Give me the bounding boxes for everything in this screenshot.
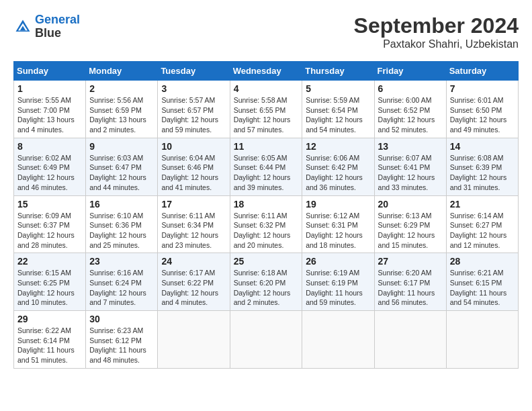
calendar-day: 30 Sunrise: 6:23 AM Sunset: 6:12 PM Dayl… — [86, 311, 158, 369]
day-number: 20 — [378, 199, 443, 210]
day-info: Sunrise: 6:03 AM Sunset: 6:47 PM Dayligh… — [89, 153, 154, 193]
day-info: Sunrise: 6:23 AM Sunset: 6:12 PM Dayligh… — [89, 326, 154, 365]
calendar-day: 20 Sunrise: 6:13 AM Sunset: 6:29 PM Dayl… — [374, 195, 446, 253]
calendar-row: 8 Sunrise: 6:02 AM Sunset: 6:49 PM Dayli… — [14, 138, 519, 195]
calendar-row: 29 Sunrise: 6:22 AM Sunset: 6:14 PM Dayl… — [14, 311, 519, 369]
day-info: Sunrise: 6:04 AM Sunset: 6:46 PM Dayligh… — [161, 153, 226, 193]
day-number: 24 — [161, 256, 226, 267]
header-wednesday: Wednesday — [230, 62, 302, 81]
calendar-day: 26 Sunrise: 6:19 AM Sunset: 6:19 PM Dayl… — [302, 253, 374, 311]
header-monday: Monday — [86, 62, 158, 81]
day-info: Sunrise: 6:07 AM Sunset: 6:41 PM Dayligh… — [378, 153, 443, 193]
day-number: 26 — [306, 256, 370, 267]
day-number: 13 — [378, 141, 443, 152]
day-info: Sunrise: 6:20 AM Sunset: 6:17 PM Dayligh… — [378, 268, 443, 308]
header-thursday: Thursday — [302, 62, 374, 81]
day-info: Sunrise: 6:01 AM Sunset: 6:50 PM Dayligh… — [450, 95, 515, 135]
calendar-row: 1 Sunrise: 5:55 AM Sunset: 7:00 PM Dayli… — [14, 81, 519, 138]
weekday-header-row: Sunday Monday Tuesday Wednesday Thursday… — [14, 62, 519, 81]
day-number: 6 — [378, 83, 443, 94]
day-info: Sunrise: 6:19 AM Sunset: 6:19 PM Dayligh… — [306, 268, 370, 308]
day-info: Sunrise: 6:10 AM Sunset: 6:36 PM Dayligh… — [89, 211, 154, 250]
day-info: Sunrise: 6:21 AM Sunset: 6:15 PM Dayligh… — [450, 268, 515, 308]
page-header: GeneralBlue September 2024 Paxtakor Shah… — [13, 13, 519, 50]
day-info: Sunrise: 6:13 AM Sunset: 6:29 PM Dayligh… — [378, 211, 443, 250]
header-sunday: Sunday — [14, 62, 86, 81]
calendar-day: 6 Sunrise: 6:00 AM Sunset: 6:52 PM Dayli… — [374, 81, 446, 138]
calendar-day: 24 Sunrise: 6:17 AM Sunset: 6:22 PM Dayl… — [158, 253, 230, 311]
calendar-day: 16 Sunrise: 6:10 AM Sunset: 6:36 PM Dayl… — [86, 195, 158, 253]
empty-cell — [374, 311, 446, 369]
calendar-day: 11 Sunrise: 6:05 AM Sunset: 6:44 PM Dayl… — [230, 138, 302, 195]
day-number: 27 — [378, 256, 443, 267]
day-info: Sunrise: 6:17 AM Sunset: 6:22 PM Dayligh… — [161, 268, 226, 308]
calendar-day: 19 Sunrise: 6:12 AM Sunset: 6:31 PM Dayl… — [302, 195, 374, 253]
day-info: Sunrise: 6:00 AM Sunset: 6:52 PM Dayligh… — [378, 95, 443, 135]
location-title: Paxtakor Shahri, Uzbekistan — [354, 38, 519, 50]
title-block: September 2024 Paxtakor Shahri, Uzbekist… — [354, 13, 519, 50]
day-number: 12 — [306, 141, 370, 152]
day-number: 10 — [161, 141, 226, 152]
day-number: 3 — [161, 83, 226, 94]
calendar-day: 2 Sunrise: 5:56 AM Sunset: 6:59 PM Dayli… — [86, 81, 158, 138]
logo-text: GeneralBlue — [35, 13, 80, 40]
day-info: Sunrise: 6:15 AM Sunset: 6:25 PM Dayligh… — [17, 268, 82, 308]
day-info: Sunrise: 5:58 AM Sunset: 6:55 PM Dayligh… — [234, 95, 299, 135]
day-info: Sunrise: 5:59 AM Sunset: 6:54 PM Dayligh… — [306, 95, 370, 135]
day-info: Sunrise: 6:11 AM Sunset: 6:32 PM Dayligh… — [234, 211, 299, 250]
day-number: 30 — [89, 314, 154, 324]
day-info: Sunrise: 6:16 AM Sunset: 6:24 PM Dayligh… — [89, 268, 154, 308]
calendar-row: 15 Sunrise: 6:09 AM Sunset: 6:37 PM Dayl… — [14, 195, 519, 253]
day-number: 17 — [161, 199, 226, 210]
header-tuesday: Tuesday — [158, 62, 230, 81]
day-number: 5 — [306, 83, 370, 94]
day-info: Sunrise: 6:08 AM Sunset: 6:39 PM Dayligh… — [450, 153, 515, 193]
calendar-day: 21 Sunrise: 6:14 AM Sunset: 6:27 PM Dayl… — [446, 195, 518, 253]
day-number: 4 — [234, 83, 299, 94]
day-number: 29 — [17, 314, 82, 324]
day-info: Sunrise: 6:11 AM Sunset: 6:34 PM Dayligh… — [161, 211, 226, 250]
header-saturday: Saturday — [446, 62, 518, 81]
month-title: September 2024 — [354, 13, 519, 38]
calendar-day: 1 Sunrise: 5:55 AM Sunset: 7:00 PM Dayli… — [14, 81, 86, 138]
calendar-day: 17 Sunrise: 6:11 AM Sunset: 6:34 PM Dayl… — [158, 195, 230, 253]
day-number: 25 — [234, 256, 299, 267]
day-info: Sunrise: 6:22 AM Sunset: 6:14 PM Dayligh… — [17, 326, 82, 365]
calendar-day: 3 Sunrise: 5:57 AM Sunset: 6:57 PM Dayli… — [158, 81, 230, 138]
day-number: 21 — [450, 199, 515, 210]
day-info: Sunrise: 6:06 AM Sunset: 6:42 PM Dayligh… — [306, 153, 370, 193]
day-number: 16 — [89, 199, 154, 210]
calendar-day: 14 Sunrise: 6:08 AM Sunset: 6:39 PM Dayl… — [446, 138, 518, 195]
logo: GeneralBlue — [13, 13, 80, 40]
day-number: 22 — [17, 256, 82, 267]
empty-cell — [302, 311, 374, 369]
calendar-day: 29 Sunrise: 6:22 AM Sunset: 6:14 PM Dayl… — [14, 311, 86, 369]
day-number: 11 — [234, 141, 299, 152]
empty-cell — [446, 311, 518, 369]
header-friday: Friday — [374, 62, 446, 81]
calendar-day: 8 Sunrise: 6:02 AM Sunset: 6:49 PM Dayli… — [14, 138, 86, 195]
day-number: 2 — [89, 83, 154, 94]
calendar-day: 15 Sunrise: 6:09 AM Sunset: 6:37 PM Dayl… — [14, 195, 86, 253]
calendar-day: 27 Sunrise: 6:20 AM Sunset: 6:17 PM Dayl… — [374, 253, 446, 311]
calendar-day: 28 Sunrise: 6:21 AM Sunset: 6:15 PM Dayl… — [446, 253, 518, 311]
empty-cell — [158, 311, 230, 369]
day-number: 28 — [450, 256, 515, 267]
calendar-row: 22 Sunrise: 6:15 AM Sunset: 6:25 PM Dayl… — [14, 253, 519, 311]
calendar-day: 4 Sunrise: 5:58 AM Sunset: 6:55 PM Dayli… — [230, 81, 302, 138]
day-info: Sunrise: 6:02 AM Sunset: 6:49 PM Dayligh… — [17, 153, 82, 193]
empty-cell — [230, 311, 302, 369]
day-number: 1 — [17, 83, 82, 94]
day-number: 23 — [89, 256, 154, 267]
day-number: 15 — [17, 199, 82, 210]
day-info: Sunrise: 6:14 AM Sunset: 6:27 PM Dayligh… — [450, 211, 515, 250]
calendar-day: 10 Sunrise: 6:04 AM Sunset: 6:46 PM Dayl… — [158, 138, 230, 195]
calendar-day: 18 Sunrise: 6:11 AM Sunset: 6:32 PM Dayl… — [230, 195, 302, 253]
calendar-day: 22 Sunrise: 6:15 AM Sunset: 6:25 PM Dayl… — [14, 253, 86, 311]
calendar-table: Sunday Monday Tuesday Wednesday Thursday… — [13, 61, 519, 369]
day-number: 14 — [450, 141, 515, 152]
day-info: Sunrise: 5:55 AM Sunset: 7:00 PM Dayligh… — [17, 95, 82, 135]
day-info: Sunrise: 6:05 AM Sunset: 6:44 PM Dayligh… — [234, 153, 299, 193]
calendar-day: 23 Sunrise: 6:16 AM Sunset: 6:24 PM Dayl… — [86, 253, 158, 311]
calendar-day: 12 Sunrise: 6:06 AM Sunset: 6:42 PM Dayl… — [302, 138, 374, 195]
